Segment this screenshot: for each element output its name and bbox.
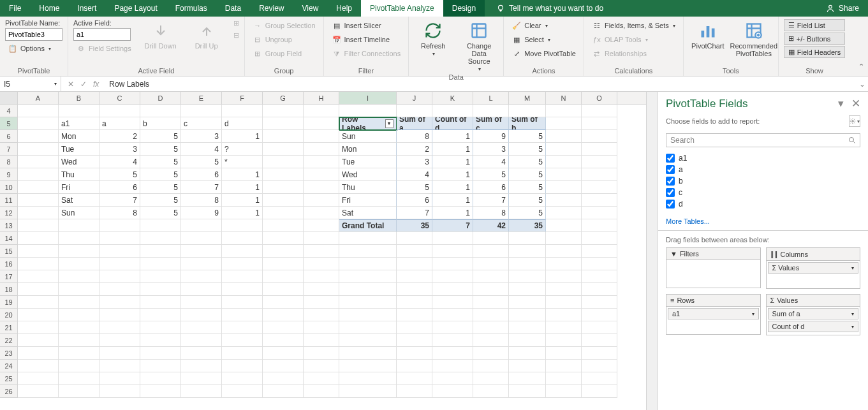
cell[interactable]	[546, 194, 582, 207]
cell[interactable]: 1	[432, 156, 473, 168]
fields-search-input[interactable]: Search	[666, 133, 860, 147]
cell[interactable]	[432, 334, 473, 347]
cell[interactable]	[304, 156, 339, 168]
cell[interactable]	[582, 168, 617, 181]
cell[interactable]	[582, 219, 617, 232]
relationships-button[interactable]: ⇄Relationships	[589, 47, 678, 60]
cell[interactable]	[304, 321, 339, 334]
cell[interactable]	[397, 270, 432, 283]
cell[interactable]: ?	[222, 143, 263, 156]
cell[interactable]	[304, 296, 339, 309]
row-header[interactable]: 20	[0, 309, 18, 321]
cell[interactable]	[18, 258, 59, 270]
cell[interactable]: Grand Total	[339, 219, 397, 232]
cell[interactable]	[304, 245, 339, 258]
cell[interactable]	[99, 258, 140, 270]
cell[interactable]	[181, 219, 222, 232]
formula-bar[interactable]: Row Labels	[105, 77, 857, 91]
cell[interactable]: Thu	[339, 181, 397, 194]
row-header[interactable]: 26	[0, 385, 18, 398]
cell[interactable]	[582, 117, 617, 130]
cell[interactable]	[304, 347, 339, 360]
cell[interactable]: 5	[473, 168, 509, 181]
cell[interactable]: b	[140, 117, 181, 130]
cell[interactable]	[432, 347, 473, 360]
row-header[interactable]: 13	[0, 219, 18, 232]
field-row-a1[interactable]: a1	[666, 152, 860, 164]
cell[interactable]	[509, 321, 546, 334]
cell[interactable]	[546, 156, 582, 168]
cell[interactable]	[339, 385, 397, 398]
cell[interactable]: Sum of b	[509, 117, 546, 130]
select-all-corner[interactable]	[0, 92, 18, 104]
cell[interactable]	[18, 232, 59, 245]
col-header-G[interactable]: G	[263, 92, 304, 104]
field-headers-toggle[interactable]: ▦Field Headers	[784, 46, 845, 58]
cell[interactable]	[263, 219, 304, 232]
cell[interactable]	[140, 219, 181, 232]
tab-file[interactable]: File	[0, 0, 30, 17]
cell[interactable]: 1	[222, 207, 263, 219]
cell[interactable]: 5	[140, 181, 181, 194]
tab-data[interactable]: Data	[216, 0, 250, 17]
worksheet[interactable]: ABCDEFGHIJKLMNO 45a1abcdRow Labels▾Sum o…	[0, 92, 646, 410]
cell[interactable]: 1	[432, 207, 473, 219]
cell[interactable]: 1	[222, 168, 263, 181]
cell[interactable]	[99, 270, 140, 283]
move-pivottable-button[interactable]: ⤢Move PivotTable	[509, 47, 578, 60]
cell[interactable]	[263, 130, 304, 143]
cell[interactable]	[222, 296, 263, 309]
cell[interactable]	[397, 372, 432, 385]
pane-dropdown-icon[interactable]: ▾	[838, 97, 844, 110]
cell[interactable]	[304, 258, 339, 270]
cell[interactable]	[140, 245, 181, 258]
cell[interactable]	[263, 143, 304, 156]
cell[interactable]	[473, 385, 509, 398]
cell[interactable]: 5	[140, 156, 181, 168]
cell[interactable]	[546, 360, 582, 372]
cell[interactable]	[432, 105, 473, 117]
row-header[interactable]: 25	[0, 372, 18, 385]
field-settings-button[interactable]: ⚙Field Settings	[73, 42, 134, 55]
group-field-button[interactable]: ⊞Group Field	[250, 47, 318, 60]
cell[interactable]: 1	[432, 194, 473, 207]
options-button[interactable]: 📋Options▾	[5, 42, 63, 55]
row-header[interactable]: 17	[0, 270, 18, 283]
cell[interactable]	[546, 105, 582, 117]
cell[interactable]	[582, 245, 617, 258]
field-row-d[interactable]: d	[666, 198, 860, 210]
col-header-M[interactable]: M	[509, 92, 546, 104]
cell[interactable]	[18, 321, 59, 334]
cell[interactable]: d	[222, 117, 263, 130]
cell[interactable]	[304, 207, 339, 219]
field-checkbox[interactable]	[666, 154, 675, 163]
cell[interactable]	[140, 309, 181, 321]
cell[interactable]	[222, 334, 263, 347]
cell[interactable]	[304, 143, 339, 156]
cell[interactable]: Sun	[339, 130, 397, 143]
cell[interactable]: 5	[509, 194, 546, 207]
cell[interactable]: Sum of c	[473, 117, 509, 130]
cell[interactable]	[59, 283, 99, 296]
cell[interactable]	[99, 321, 140, 334]
tab-insert[interactable]: Insert	[68, 0, 105, 17]
row-header[interactable]: 18	[0, 283, 18, 296]
cell[interactable]	[509, 105, 546, 117]
cell[interactable]	[263, 270, 304, 283]
cell[interactable]: 1	[432, 181, 473, 194]
col-header-O[interactable]: O	[582, 92, 617, 104]
cell[interactable]	[304, 372, 339, 385]
cell[interactable]	[18, 309, 59, 321]
cell[interactable]	[263, 207, 304, 219]
expand-field-icon[interactable]: ⊞	[233, 19, 239, 27]
cell[interactable]	[509, 385, 546, 398]
cell[interactable]	[582, 385, 617, 398]
cell[interactable]: 35	[509, 219, 546, 232]
fx-icon[interactable]: fx	[93, 80, 99, 89]
cell[interactable]: 3	[397, 156, 432, 168]
cell[interactable]	[473, 360, 509, 372]
cell[interactable]	[18, 194, 59, 207]
cell[interactable]	[582, 334, 617, 347]
cell[interactable]	[304, 309, 339, 321]
cell[interactable]: a1	[59, 117, 99, 130]
